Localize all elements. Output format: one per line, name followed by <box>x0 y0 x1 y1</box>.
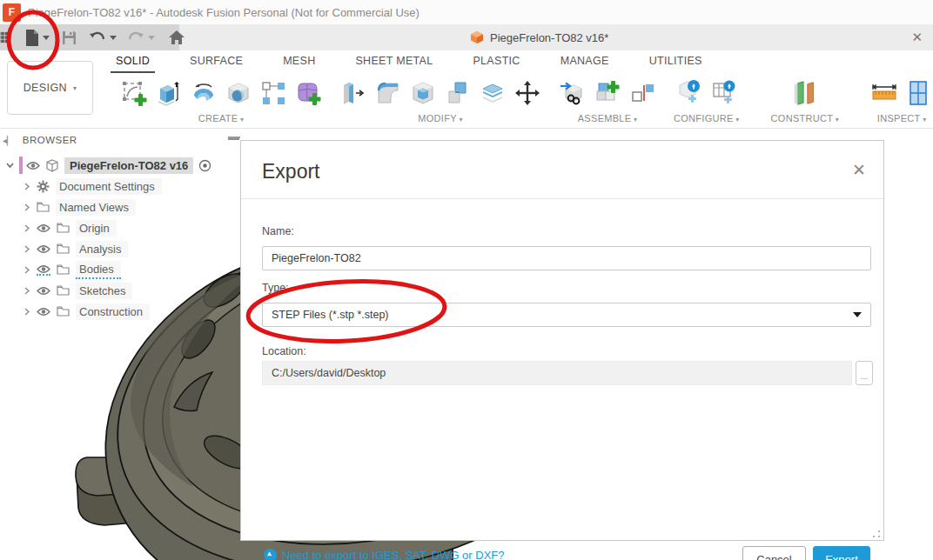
app-grid-icon[interactable] <box>0 24 9 50</box>
gear-icon <box>37 180 50 193</box>
chevron-right-icon[interactable] <box>23 265 31 274</box>
chevron-right-icon[interactable] <box>23 307 31 316</box>
chevron-right-icon[interactable] <box>23 223 31 232</box>
fusion-window: F PiegeFrelon-TO82 v16* - Autodesk Fusio… <box>0 0 933 560</box>
activate-radio-icon[interactable] <box>198 159 211 172</box>
press-pull-icon[interactable] <box>339 79 367 107</box>
eye-icon[interactable] <box>37 307 50 317</box>
ribbon-group-construct: CONSTRUCT <box>748 73 863 128</box>
measure-icon[interactable] <box>870 79 898 107</box>
tree-item-named-views[interactable]: Named Views <box>0 197 237 217</box>
active-edit-bar <box>19 157 23 174</box>
tree-item-bodies[interactable]: Bodies <box>0 259 237 280</box>
eye-icon[interactable] <box>37 244 50 254</box>
design-workspace-selector[interactable]: DESIGN <box>7 61 93 115</box>
folder-icon <box>37 202 50 212</box>
split-body-icon[interactable] <box>479 79 507 107</box>
select-dropdown-arrow-icon <box>853 312 862 317</box>
move-icon[interactable] <box>513 79 541 107</box>
ribbon-tab-sheet-metal[interactable]: SHEET METAL <box>355 51 433 72</box>
undo-icon[interactable] <box>89 24 106 50</box>
location-input[interactable] <box>262 361 852 385</box>
dialog-close-icon[interactable]: ✕ <box>852 162 866 178</box>
ribbon-tab-solid[interactable]: SOLID <box>116 51 150 72</box>
ribbon-tab-plastic[interactable]: PLASTIC <box>473 51 520 72</box>
tree-item-label: Origin <box>76 220 117 237</box>
create-sketch-icon[interactable] <box>120 79 148 107</box>
shell-icon[interactable] <box>409 79 437 107</box>
export-dialog-title: Export <box>262 160 319 183</box>
save-icon[interactable] <box>62 24 77 50</box>
insert-icon[interactable] <box>559 79 587 107</box>
eye-icon[interactable] <box>37 223 50 233</box>
tree-item-label: Bodies <box>76 261 121 279</box>
type-select[interactable]: STEP Files (*.stp *.step) <box>262 303 871 327</box>
tree-item-label: Analysis <box>76 241 128 257</box>
tree-item-label: Named Views <box>56 199 136 216</box>
fusion-app-icon: F <box>3 3 21 22</box>
browser-title: BROWSER <box>23 135 77 145</box>
ribbon-tab-utilities[interactable]: UTILITIES <box>649 51 702 72</box>
location-label: Location: <box>262 345 306 357</box>
ribbon-tab-surface[interactable]: SURFACE <box>190 51 243 72</box>
browser-collapse-icon[interactable]: ◂▏ <box>3 136 14 145</box>
tree-item-sketches[interactable]: Sketches <box>0 280 237 301</box>
inspect-group-label[interactable]: INSPECT <box>877 113 927 123</box>
configure-group-label[interactable]: CONFIGURE <box>674 113 740 123</box>
home-icon[interactable] <box>169 24 185 50</box>
export-dialog-header[interactable]: Export ✕ <box>241 141 883 199</box>
tree-item-construction[interactable]: Construction <box>0 301 237 322</box>
eye-icon[interactable] <box>37 286 50 296</box>
construct-group-label[interactable]: CONSTRUCT <box>771 113 840 123</box>
window-title: PiegeFrelon-TO82 v16* - Autodesk Fusion … <box>28 6 420 19</box>
redo-caret[interactable] <box>148 36 155 40</box>
chevron-right-icon[interactable] <box>23 203 31 211</box>
ribbon-tab-row: SOLID SURFACE MESH SHEET METAL PLASTIC M… <box>0 50 933 73</box>
document-tab[interactable]: PiegeFrelon-TO82 v16* <box>470 24 608 50</box>
ribbon-tab-manage[interactable]: MANAGE <box>560 51 609 72</box>
browse-button[interactable]: ... <box>856 361 873 385</box>
new-component-icon[interactable] <box>594 79 621 107</box>
undo-caret[interactable] <box>110 36 117 40</box>
pattern-icon[interactable] <box>259 79 287 107</box>
document-tab-close-icon[interactable]: ✕ <box>911 24 923 50</box>
chevron-down-icon[interactable] <box>5 161 14 170</box>
joint-icon[interactable] <box>628 79 656 107</box>
section-analysis-icon[interactable] <box>905 79 933 107</box>
export-button[interactable]: Export <box>813 546 870 560</box>
quick-access-toolbar <box>0 24 179 50</box>
component-cube-icon <box>46 159 58 172</box>
configuration-icon[interactable] <box>675 79 703 107</box>
eye-icon[interactable] <box>26 161 40 170</box>
combine-icon[interactable] <box>444 79 472 107</box>
tree-item-analysis[interactable]: Analysis <box>0 238 237 259</box>
panel-resize-dash[interactable] <box>228 138 239 140</box>
ribbon-tab-mesh[interactable]: MESH <box>283 51 315 72</box>
tree-item-label: PiegeFrelon-TO82 v16 <box>64 157 193 174</box>
dialog-resize-grip[interactable] <box>872 530 881 538</box>
file-menu-caret[interactable] <box>43 36 50 40</box>
chevron-right-icon[interactable] <box>23 182 31 190</box>
help-link-text: Need to export to IGES, SAT, DWG or DXF? <box>282 549 505 560</box>
chevron-right-icon[interactable] <box>23 286 31 295</box>
folder-icon <box>57 223 70 233</box>
file-menu-icon[interactable] <box>24 24 39 50</box>
chevron-right-icon[interactable] <box>23 244 31 253</box>
tree-item-document-settings[interactable]: Document Settings <box>0 176 237 197</box>
export-help-link[interactable]: Need to export to IGES, SAT, DWG or DXF? <box>264 549 505 560</box>
cancel-button[interactable]: Cancel <box>742 546 806 560</box>
tree-item-root[interactable]: PiegeFrelon-TO82 v16 <box>0 155 237 176</box>
create-form-icon[interactable] <box>294 79 322 107</box>
fillet-icon[interactable] <box>374 79 402 107</box>
construction-plane-icon[interactable] <box>791 79 819 107</box>
redo-icon[interactable] <box>127 24 144 50</box>
revolve-icon[interactable] <box>190 79 218 107</box>
name-input[interactable] <box>262 246 871 270</box>
configuration-table-icon[interactable] <box>710 79 738 107</box>
hole-icon[interactable] <box>225 79 252 107</box>
document-tab-bar: PiegeFrelon-TO82 v16* ✕ <box>0 24 933 50</box>
extrude-icon[interactable] <box>155 79 183 107</box>
tree-item-label: Construction <box>76 303 150 320</box>
ribbon-group-inspect: INSPECT <box>862 73 933 128</box>
tree-item-origin[interactable]: Origin <box>0 217 237 238</box>
